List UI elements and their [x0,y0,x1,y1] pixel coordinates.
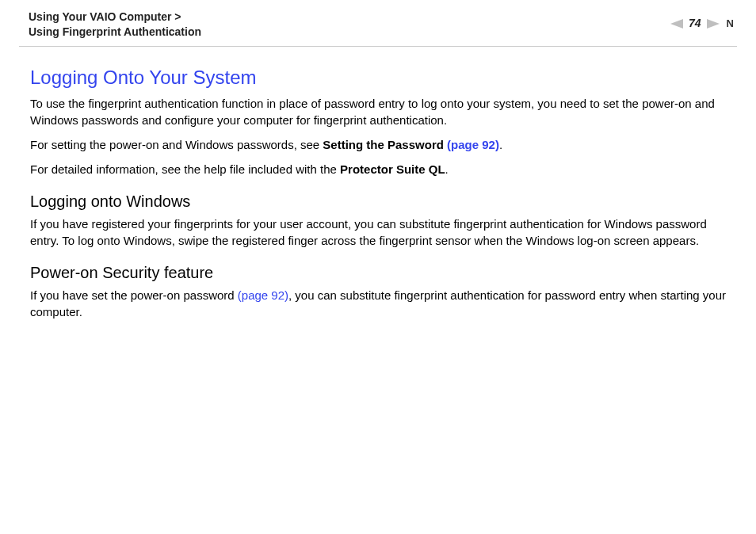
pager: 74 N [670,10,734,32]
page-link-92[interactable]: (page 92) [447,138,499,151]
text-run: For setting the power-on and Windows pas… [30,138,323,151]
breadcrumb: Using Your VAIO Computer > Using Fingerp… [29,10,201,40]
paragraph-intro: To use the fingerprint authentication fu… [30,95,727,128]
next-page-button[interactable] [706,17,720,30]
page-number: 74 [689,16,701,32]
text-run: . [445,162,449,176]
paragraph-password-ref: For setting the power-on and Windows pas… [30,136,727,153]
arrow-left-icon [670,19,683,29]
breadcrumb-level-1[interactable]: Using Your VAIO Computer [29,10,171,23]
text-run: . [499,138,502,151]
breadcrumb-level-2[interactable]: Using Fingerprint Authentication [29,25,201,38]
document-page: Using Your VAIO Computer > Using Fingerp… [0,0,756,534]
bold-text: Protector Suite QL [340,162,445,176]
page-link-92[interactable]: (page 92) [238,288,288,302]
page-header: Using Your VAIO Computer > Using Fingerp… [0,0,756,44]
n-indicator: N [727,17,734,31]
chevron-right-icon: > [174,10,181,23]
bold-text: Setting the Password [323,138,447,151]
svg-marker-0 [670,19,683,29]
svg-marker-1 [707,19,720,29]
paragraph-protector-suite: For detailed information, see the help f… [30,161,727,177]
text-run: If you have set the power-on password [30,288,238,302]
page-content: Logging Onto Your System To use the fing… [0,47,756,321]
paragraph-poweron: If you have set the power-on password (p… [30,287,727,320]
subheading-windows: Logging onto Windows [30,190,727,212]
subheading-poweron: Power-on Security feature [30,261,727,284]
page-title: Logging Onto Your System [30,64,727,91]
prev-page-button[interactable] [670,17,684,30]
text-run: For detailed information, see the help f… [30,162,340,176]
paragraph-windows: If you have registered your fingerprints… [30,216,727,249]
arrow-right-icon [707,19,720,29]
